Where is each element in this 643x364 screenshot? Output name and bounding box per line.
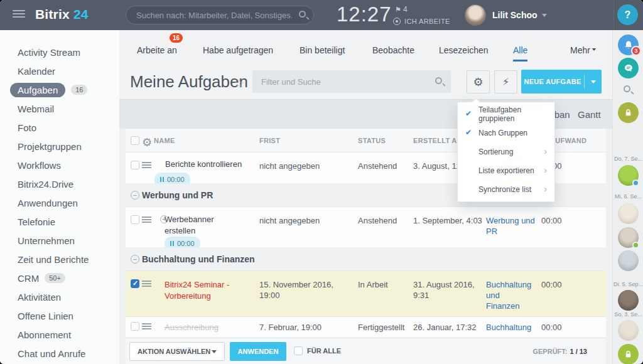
sidebar-item-abonnement[interactable]: Abonnement bbox=[0, 325, 119, 344]
brand-number: 24 bbox=[73, 7, 89, 21]
sidebar-item-unternehmen[interactable]: Unternehmen bbox=[0, 231, 119, 250]
collapse-group-icon[interactable]: − bbox=[131, 255, 139, 264]
user-avatar[interactable] bbox=[465, 4, 486, 26]
quick-actions-button[interactable] bbox=[494, 70, 517, 94]
apply-button[interactable]: ANWENDEN bbox=[230, 342, 286, 361]
row-checkbox[interactable] bbox=[131, 322, 139, 331]
brand-logo[interactable]: Bitrix 24 bbox=[35, 7, 89, 22]
rail-search-button[interactable] bbox=[624, 83, 630, 95]
sidebar-item-crm[interactable]: CRM50+ bbox=[0, 269, 119, 287]
sidebar-item-anwendungen[interactable]: Anwendungen bbox=[0, 193, 119, 212]
contact-avatar[interactable] bbox=[618, 250, 639, 271]
user-menu[interactable]: Lilit Schoo bbox=[492, 10, 547, 20]
contact-avatar[interactable] bbox=[618, 320, 639, 341]
sidebar-item-zeit-und-berichte[interactable]: Zeit und Berichte bbox=[0, 250, 119, 269]
sidebar-item-aufgaben[interactable]: Aufgaben16 bbox=[0, 80, 119, 99]
for-all-checkbox[interactable] bbox=[294, 346, 303, 355]
column-header-name[interactable]: NAME bbox=[154, 137, 175, 144]
tab-beobachte[interactable]: Beobachte bbox=[372, 45, 414, 55]
checked-count-value: 1 / 13 bbox=[570, 348, 587, 355]
global-search-input[interactable] bbox=[126, 6, 313, 24]
sidebar-item-projektgruppen[interactable]: Projektgruppen bbox=[0, 137, 119, 156]
contact-avatar[interactable] bbox=[618, 203, 639, 224]
contact-avatar[interactable] bbox=[618, 227, 639, 248]
view-tab-gantt[interactable]: Gantt bbox=[578, 109, 601, 120]
column-header-aufwand[interactable]: AUFWAND bbox=[550, 137, 586, 144]
group-row-buchhaltung-und-finanzen[interactable]: − Buchhaltung und Finanzen bbox=[126, 248, 606, 271]
lock-button[interactable] bbox=[618, 344, 639, 364]
row-checkbox-checked[interactable] bbox=[131, 279, 139, 288]
task-row-werbebanner-erstellen[interactable]: + Werbebanner erstellen 00:00 nicht ange… bbox=[126, 207, 606, 248]
menu-item-sortierung[interactable]: Sortierung bbox=[458, 142, 554, 161]
task-name-link[interactable]: Werbebanner erstellen bbox=[165, 215, 214, 235]
row-checkbox[interactable] bbox=[131, 215, 139, 224]
sidebar-item-foto[interactable]: Foto bbox=[0, 118, 119, 137]
frist-cell: nicht angegeben bbox=[259, 161, 355, 171]
expand-subtasks-icon[interactable]: + bbox=[160, 215, 168, 223]
new-task-dropdown[interactable] bbox=[585, 78, 602, 86]
contact-avatar[interactable] bbox=[618, 165, 639, 186]
chat-button[interactable] bbox=[618, 58, 639, 78]
sidebar-item-telefonie[interactable]: Telefonie bbox=[0, 212, 119, 231]
task-row-ausschreibung[interactable]: Ausschreibung 7. Februar, 19:00 Fertigge… bbox=[126, 317, 606, 338]
menu-item-teilaufgaben-gruppieren[interactable]: Teilaufgaben gruppieren bbox=[458, 105, 554, 124]
drag-handle-icon[interactable] bbox=[142, 162, 151, 169]
app-window: Bitrix 24 12:27 4 ICH ARBEITE Lilit Scho… bbox=[0, 0, 643, 364]
group-link[interactable]: Buchhaltung bbox=[486, 322, 535, 333]
column-settings-gear-icon[interactable] bbox=[142, 136, 152, 149]
lock-button[interactable] bbox=[618, 102, 639, 123]
status-cell: Anstehend bbox=[358, 215, 411, 226]
task-name-link[interactable]: Berichte kontrollieren bbox=[154, 159, 258, 170]
column-header-frist[interactable]: FRIST bbox=[259, 137, 355, 144]
work-status[interactable]: ICH ARBEITE bbox=[393, 18, 450, 25]
tab-alle[interactable]: Alle bbox=[513, 45, 527, 55]
chevron-down-icon bbox=[542, 14, 547, 19]
gear-icon bbox=[473, 75, 483, 88]
action-select-dropdown[interactable]: AKTION AUSWÄHLEN bbox=[129, 342, 225, 361]
task-row-bitrix24-seminar[interactable]: Bitrix24 Seminar - Vorbereitung 15. Nove… bbox=[126, 271, 606, 317]
sidebar-item-drive[interactable]: Bitrix24.Drive bbox=[0, 174, 119, 193]
menu-item-synchronize-list[interactable]: Synchronize list bbox=[458, 180, 554, 199]
tab-bin-beteiligt[interactable]: Bin beteiligt bbox=[300, 45, 345, 55]
collapse-group-icon[interactable]: − bbox=[131, 191, 139, 200]
task-name-link[interactable]: Bitrix24 Seminar - Vorbereitung bbox=[154, 279, 236, 302]
column-header-status[interactable]: STATUS bbox=[358, 137, 411, 144]
global-search[interactable] bbox=[126, 6, 314, 24]
sidebar-item-kalender[interactable]: Kalender bbox=[0, 62, 119, 80]
contact-avatar[interactable] bbox=[618, 290, 639, 311]
filter-search[interactable] bbox=[252, 70, 451, 93]
new-task-button[interactable]: NEUE AUFGABE bbox=[521, 70, 602, 94]
sidebar-item-aktivitaeten[interactable]: Aktivitäten bbox=[0, 287, 119, 306]
work-clock[interactable]: 12:27 bbox=[337, 3, 392, 26]
settings-gear-button[interactable] bbox=[467, 70, 490, 94]
select-all-checkbox[interactable] bbox=[131, 136, 139, 145]
sidebar-item-chat-und-anrufe[interactable]: Chat und Anrufe bbox=[0, 344, 119, 363]
task-name-link[interactable]: Ausschreibung bbox=[154, 322, 258, 333]
group-link[interactable]: Buchhaltung und Finanzen bbox=[486, 279, 535, 311]
sidebar-item-offene-linien[interactable]: Offene Linien bbox=[0, 306, 119, 325]
notifications-button[interactable]: 3 bbox=[618, 35, 639, 55]
search-icon[interactable] bbox=[435, 77, 442, 84]
row-checkbox[interactable] bbox=[131, 161, 139, 169]
drag-handle-icon[interactable] bbox=[142, 281, 151, 288]
help-button[interactable]: ? bbox=[617, 4, 638, 25]
tab-habe-aufgetragen[interactable]: Habe aufgetragen bbox=[203, 45, 273, 55]
tab-mehr[interactable]: Mehr bbox=[570, 45, 597, 55]
favorite-star-icon[interactable] bbox=[234, 77, 244, 90]
rail-date-label: Do, 7. Se... bbox=[613, 156, 643, 162]
search-icon[interactable] bbox=[299, 11, 306, 18]
menu-item-nach-gruppen[interactable]: Nach Gruppen bbox=[458, 124, 554, 142]
tab-arbeite-an[interactable]: Arbeite an bbox=[137, 45, 177, 55]
sidebar-item-activity-stream[interactable]: Activity Stream bbox=[0, 43, 119, 62]
filter-search-input[interactable] bbox=[252, 70, 451, 93]
hamburger-menu-icon[interactable] bbox=[13, 10, 25, 19]
tab-lesezeichen[interactable]: Lesezeichen bbox=[439, 45, 489, 55]
frist-cell: nicht angegeben bbox=[259, 215, 355, 226]
sidebar-item-webmail[interactable]: Webmail bbox=[0, 99, 119, 118]
sidebar-item-workflows[interactable]: Workflows bbox=[0, 156, 119, 174]
drag-handle-icon[interactable] bbox=[142, 217, 151, 224]
flag-counter[interactable]: 4 bbox=[395, 5, 408, 14]
group-link[interactable]: Werbung und PR bbox=[486, 215, 535, 237]
drag-handle-icon[interactable] bbox=[142, 323, 151, 331]
menu-item-liste-exportieren[interactable]: Liste exportieren bbox=[458, 161, 554, 180]
